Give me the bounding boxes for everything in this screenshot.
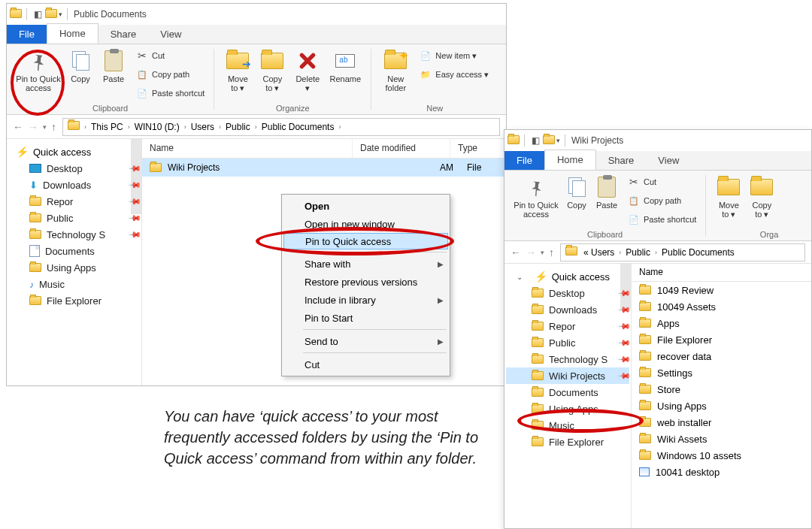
tree-item[interactable]: Technology S📌 — [506, 351, 629, 367]
tab-home[interactable]: Home — [47, 23, 98, 44]
tree-item[interactable]: Public📌 — [506, 334, 629, 351]
copy-path-button[interactable]: 📋Copy path — [133, 66, 208, 83]
tab-home[interactable]: Home — [544, 150, 596, 170]
breadcrumb-seg[interactable]: Public — [623, 247, 653, 258]
breadcrumb[interactable]: « Users› Public› Public Documents — [560, 243, 805, 261]
file-row-wiki-projects[interactable]: Wiki Projects AM File — [142, 159, 506, 177]
easy-access-button[interactable]: 📁Easy access ▾ — [417, 66, 492, 83]
tree-item[interactable]: Technology S📌 — [8, 226, 140, 243]
ctx-restore-previous[interactable]: Restore previous versions — [283, 273, 448, 291]
ctx-cut[interactable]: Cut — [283, 355, 448, 373]
file-row[interactable]: Settings — [632, 364, 811, 381]
tree-item[interactable]: Public📌 — [8, 210, 140, 226]
tree-item[interactable]: File Explorer — [8, 292, 140, 309]
tree-item[interactable]: ⬇Downloads📌 — [8, 177, 140, 193]
ctx-pin-to-start[interactable]: Pin to Start — [283, 309, 448, 327]
breadcrumb-seg[interactable]: « Users — [580, 247, 617, 258]
nav-back-button[interactable]: ← — [511, 246, 521, 258]
ctx-open-new-window[interactable]: Open in new window — [283, 215, 448, 233]
breadcrumb-seg[interactable]: WIN10 (D:) — [132, 122, 183, 132]
new-folder-button[interactable]: ✦ New folder — [377, 47, 414, 94]
file-row[interactable]: Store — [632, 381, 811, 398]
tab-view[interactable]: View — [646, 151, 691, 170]
file-row[interactable]: File Explorer — [632, 331, 811, 348]
nav-up-button[interactable]: ↑ — [51, 121, 56, 133]
move-to-button[interactable]: Move to ▾ — [712, 174, 745, 220]
qat-customize-icon[interactable]: ▾ — [59, 11, 62, 18]
nav-history-button[interactable]: ▾ — [541, 249, 544, 256]
nav-tree[interactable]: ⌄ ⚡Quick access Desktop📌Downloads📌Repor📌… — [504, 264, 631, 528]
file-row[interactable]: Using Apps — [632, 398, 811, 414]
breadcrumb-seg[interactable]: Public Documents — [259, 122, 338, 132]
ctx-pin-to-quick-access[interactable]: Pin to Quick access — [283, 233, 448, 249]
file-row[interactable]: Windows 10 assets — [632, 447, 811, 464]
paste-shortcut-button[interactable]: 📄Paste shortcut — [625, 211, 699, 228]
tree-item[interactable]: Using Apps — [506, 401, 629, 417]
ctx-open[interactable]: Open — [283, 197, 448, 215]
copy-button[interactable]: Copy — [64, 47, 97, 85]
tree-item[interactable]: Repor📌 — [8, 193, 140, 210]
scrollbar[interactable] — [620, 264, 631, 309]
qat-newfolder-icon[interactable] — [45, 9, 57, 20]
ctx-share-with[interactable]: Share with▶ — [283, 255, 448, 273]
tree-item[interactable]: Desktop📌 — [8, 160, 140, 177]
tab-view[interactable]: View — [148, 25, 193, 44]
nav-history-button[interactable]: ▾ — [43, 123, 47, 131]
new-item-button[interactable]: 📄New item ▾ — [417, 47, 492, 64]
copy-button[interactable]: Copy — [562, 174, 592, 211]
breadcrumb-seg[interactable]: Users — [188, 122, 217, 132]
tree-item[interactable]: Music — [506, 417, 629, 434]
breadcrumb[interactable]: › This PC› WIN10 (D:)› Users› Public› Pu… — [62, 118, 500, 136]
tab-share[interactable]: Share — [596, 151, 647, 170]
tab-share[interactable]: Share — [98, 25, 149, 44]
qat-properties-icon[interactable]: ◧ — [32, 9, 44, 20]
copy-to-button[interactable]: Copy to ▾ — [255, 47, 289, 94]
pin-to-quick-access-button[interactable]: Pin to Quick access — [511, 174, 562, 220]
qat-customize-icon[interactable]: ▾ — [556, 137, 560, 144]
file-row[interactable]: 10041 desktop — [632, 464, 811, 480]
delete-button[interactable]: Delete ▾ — [289, 47, 326, 94]
tree-item[interactable]: Using Apps — [8, 259, 140, 276]
move-to-button[interactable]: ➔ Move to ▾ — [220, 47, 255, 94]
file-row[interactable]: 10049 Assets — [632, 298, 811, 315]
tree-item[interactable]: Wiki Projects📌 — [506, 367, 629, 384]
nav-tree[interactable]: ⚡Quick access Desktop📌⬇Downloads📌Repor📌P… — [7, 139, 142, 386]
tree-item[interactable]: Music — [8, 276, 140, 292]
quick-access-header[interactable]: ⚡Quick access — [8, 144, 140, 160]
col-name[interactable]: Name — [142, 139, 353, 158]
nav-back-button[interactable]: ← — [13, 121, 23, 133]
ctx-send-to[interactable]: Send to▶ — [283, 332, 448, 350]
quick-access-header[interactable]: ⌄ ⚡Quick access — [506, 268, 629, 285]
breadcrumb-root-icon[interactable] — [65, 121, 83, 132]
paste-button[interactable]: Paste — [592, 174, 622, 211]
nav-up-button[interactable]: ↑ — [549, 246, 554, 258]
pin-to-quick-access-button[interactable]: Pin to Quick access — [13, 47, 64, 94]
file-row[interactable]: Apps — [632, 315, 811, 331]
file-row[interactable]: web installer — [632, 414, 811, 431]
breadcrumb-seg[interactable]: Public Documents — [659, 247, 738, 258]
file-row[interactable]: recover data — [632, 348, 811, 364]
paste-shortcut-button[interactable]: 📄Paste shortcut — [133, 85, 208, 101]
col-type[interactable]: Type — [450, 139, 506, 158]
tree-item[interactable]: Desktop📌 — [506, 285, 629, 301]
breadcrumb-seg[interactable]: Public — [223, 122, 253, 132]
copy-path-button[interactable]: 📋Copy path — [625, 192, 699, 209]
col-name[interactable]: Name — [632, 264, 811, 282]
tree-item[interactable]: File Explorer — [506, 434, 629, 450]
file-row[interactable]: Wiki Assets — [632, 431, 811, 447]
copy-to-button[interactable]: Copy to ▾ — [745, 174, 778, 220]
tree-item[interactable]: Documents — [8, 243, 140, 259]
file-row[interactable]: 1049 Review — [632, 282, 811, 298]
columns-header[interactable]: Name Date modified Type — [142, 139, 506, 159]
cut-button[interactable]: Cut — [133, 47, 208, 64]
qat-properties-icon[interactable]: ◧ — [529, 135, 541, 146]
breadcrumb-seg[interactable]: This PC — [88, 122, 126, 132]
col-date[interactable]: Date modified — [353, 139, 450, 158]
ctx-include-library[interactable]: Include in library▶ — [283, 291, 448, 309]
qat-newfolder-icon[interactable] — [543, 135, 555, 147]
tree-item[interactable]: Downloads📌 — [506, 301, 629, 318]
breadcrumb-root-icon[interactable] — [562, 246, 580, 258]
tab-file[interactable]: File — [504, 151, 544, 170]
tree-item[interactable]: Documents — [506, 384, 629, 401]
tab-file[interactable]: File — [7, 25, 47, 44]
